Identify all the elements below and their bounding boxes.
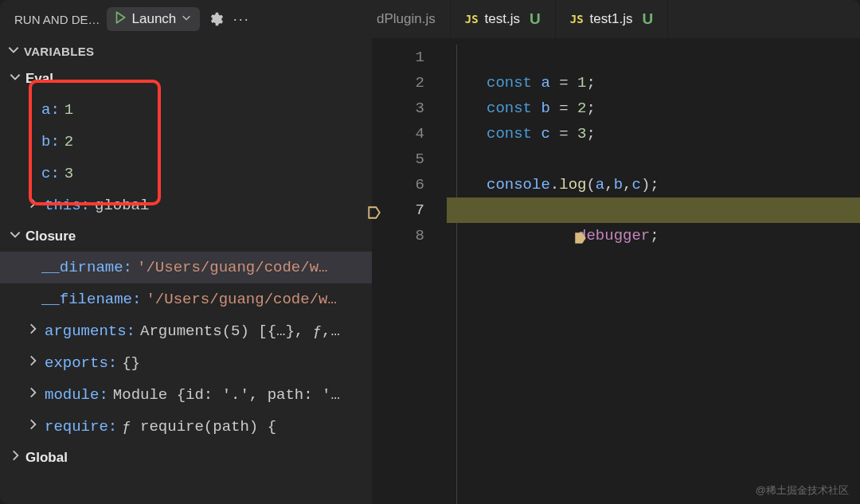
variable-value: Module {id: '.', path: '…	[113, 386, 340, 404]
tab-name: test1.js	[590, 11, 633, 27]
scope-name: Eval	[25, 71, 53, 87]
chevron-down-icon	[8, 69, 22, 88]
code-line: const c = 3;	[447, 121, 860, 147]
variable-value: 1	[64, 101, 73, 119]
variable-name: b:	[41, 133, 60, 150]
variable-row[interactable]: __filename: '/Users/guang/code/w…	[0, 283, 372, 315]
line-number: 1	[372, 45, 424, 70]
variable-value: ƒ require(path) {	[122, 418, 276, 436]
variable-value: Arguments(5) [{…}, ƒ,…	[140, 322, 340, 340]
variable-value: {}	[122, 354, 140, 372]
line-number: 7	[372, 197, 424, 223]
line-number: 8	[372, 223, 424, 248]
variable-value: '/Users/guang/code/w…	[137, 259, 327, 276]
js-file-icon: JS	[570, 13, 584, 25]
variable-value: global	[95, 197, 149, 214]
variable-row[interactable]: exports: {}	[0, 347, 372, 379]
panel-title: RUN AND DE…	[8, 13, 100, 26]
scope-name: Closure	[25, 229, 76, 244]
variable-row[interactable]: __dirname: '/Users/guang/code/w…	[0, 252, 372, 283]
scope-closure-header[interactable]: Closure	[0, 221, 372, 252]
variable-name: c:	[41, 165, 60, 182]
line-number: 3	[372, 96, 424, 121]
scope-eval-header[interactable]: Eval	[0, 64, 372, 94]
variable-row[interactable]: b: 2	[0, 126, 372, 158]
line-number: 5	[372, 147, 424, 172]
chevron-down-icon	[6, 42, 21, 60]
chevron-right-icon	[25, 385, 40, 404]
tab-name: dPlugin.js	[377, 11, 436, 27]
chevron-right-icon	[25, 354, 40, 373]
editor-tab[interactable]: JS test1.js U	[556, 0, 668, 38]
chevron-right-icon	[8, 448, 22, 467]
editor-area: dPlugin.js JS test.js U JS test1.js U 1 …	[372, 0, 860, 504]
variable-value: 2	[64, 133, 73, 150]
play-icon	[113, 10, 127, 28]
tab-status: U	[642, 10, 653, 28]
variable-value: '/Users/guang/code/w…	[146, 291, 336, 308]
variable-name: this:	[45, 197, 90, 214]
code-line	[447, 45, 860, 70]
code-line	[447, 147, 860, 172]
code-line: console.log(a,b,c);	[447, 172, 860, 197]
variable-name: arguments:	[45, 322, 135, 340]
variable-value: 3	[64, 165, 73, 182]
variable-row[interactable]: arguments: Arguments(5) [{…}, ƒ,…	[0, 315, 372, 347]
chevron-down-icon	[181, 12, 192, 26]
code-line: const a = 1;	[447, 70, 860, 96]
code-line: const b = 2;	[447, 96, 860, 121]
code-line	[447, 223, 860, 248]
variable-name: a:	[41, 101, 60, 119]
watermark: @稀土掘金技术社区	[756, 483, 849, 498]
launch-label: Launch	[132, 11, 177, 27]
chevron-right-icon	[25, 417, 40, 436]
variable-row[interactable]: require: ƒ require(path) {	[0, 411, 372, 443]
editor-tabs: dPlugin.js JS test.js U JS test1.js U	[372, 0, 860, 38]
line-number: 4	[372, 121, 424, 147]
js-file-icon: JS	[465, 13, 479, 25]
section-title: VARIABLES	[24, 45, 94, 58]
launch-config-button[interactable]: Launch	[107, 7, 201, 31]
chevron-right-icon	[25, 322, 40, 341]
gear-icon	[208, 11, 224, 27]
line-number: 6	[372, 172, 424, 197]
code-editor[interactable]: 1 2 3 4 5 6 7 8 const a = 1; const b = 2…	[372, 38, 860, 504]
scope-name: Global	[25, 450, 68, 466]
tab-status: U	[530, 10, 541, 28]
variable-name: require:	[45, 418, 117, 436]
variable-row[interactable]: c: 3	[0, 158, 372, 189]
variable-row[interactable]: module: Module {id: '.', path: '…	[0, 379, 372, 411]
variable-name: __filename:	[41, 291, 141, 308]
code-lines: const a = 1; const b = 2; const c = 3; c…	[447, 45, 860, 504]
gear-button[interactable]	[206, 10, 225, 29]
chevron-down-icon	[8, 227, 22, 246]
editor-tab[interactable]: dPlugin.js	[372, 0, 451, 38]
scope-global-header[interactable]: Global	[0, 443, 372, 473]
variable-name: exports:	[45, 354, 117, 372]
line-number: 2	[372, 70, 424, 96]
variable-row[interactable]: a: 1	[0, 94, 372, 126]
variable-row[interactable]: this: global	[0, 189, 372, 221]
chevron-right-icon	[25, 196, 40, 215]
variables-section-header[interactable]: VARIABLES	[0, 38, 372, 64]
variable-name: __dirname:	[41, 259, 132, 276]
ellipsis-icon: ···	[233, 11, 250, 28]
tab-name: test.js	[485, 11, 520, 27]
more-button[interactable]: ···	[232, 10, 251, 29]
line-number-gutter: 1 2 3 4 5 6 7 8	[372, 45, 447, 504]
editor-tab[interactable]: JS test.js U	[451, 0, 556, 38]
debug-sidebar: RUN AND DE… Launch ··· VARIABLES	[0, 0, 372, 504]
variable-name: module:	[45, 386, 108, 404]
code-line: debugger;	[447, 197, 860, 223]
